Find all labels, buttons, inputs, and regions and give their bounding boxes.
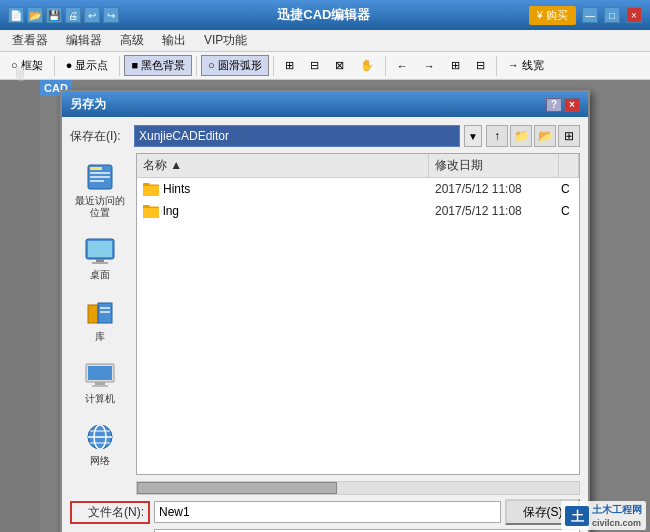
file-list-header: 名称 ▲ 修改日期 (137, 154, 579, 178)
toolbar-frame[interactable]: ○ 框架 (4, 55, 50, 76)
print-icon[interactable]: 🖨 (65, 7, 81, 23)
file-row[interactable]: Hints 2017/5/12 11:08 C (137, 178, 579, 200)
folder-icon-hints (143, 182, 159, 196)
toolbar: ○ 框架 ● 显示点 ■ 黑色背景 ○ 圆滑弧形 ⊞ ⊟ ⊠ ✋ ← → ⊞ ⊟… (0, 52, 650, 80)
sep2 (119, 56, 120, 76)
location-input[interactable] (134, 125, 460, 147)
toolbar-nav3[interactable]: ⊞ (444, 56, 467, 75)
menu-editor[interactable]: 编辑器 (58, 30, 110, 51)
file-date-lng: 2017/5/12 11:08 (429, 202, 559, 220)
nav-computer-label: 计算机 (85, 393, 115, 405)
dialog-title-text: 另存为 (70, 96, 106, 113)
nav-folder-button[interactable]: 📁 (510, 125, 532, 147)
dialog-title-bar: 另存为 ? × (62, 92, 588, 117)
watermark-text: 土木工程网civilcn.com (592, 503, 642, 528)
app-title: 迅捷CAD编辑器 (277, 6, 370, 24)
file-list-container: 最近访问的位置 桌面 (70, 153, 580, 475)
dialog-body: 保存在(I): ▼ ↑ 📁 📂 ⊞ (62, 117, 588, 532)
app-area: 自 为 自 为 CAD 另存为 ? × 保存在(I): ▼ (0, 80, 650, 532)
toolbar-show-points[interactable]: ● 显示点 (59, 55, 116, 76)
menu-advanced[interactable]: 高级 (112, 30, 152, 51)
window-close-button[interactable]: × (626, 7, 642, 23)
nav-desktop[interactable]: 桌面 (73, 231, 127, 285)
menu-bar: 查看器 编辑器 高级 输出 VIP功能 (0, 30, 650, 52)
nav-back-button[interactable]: ↑ (486, 125, 508, 147)
file-name-lng-text: lng (163, 204, 179, 218)
svg-rect-12 (100, 311, 110, 313)
svg-text:土: 土 (571, 509, 585, 524)
toolbar-btn3[interactable]: ⊠ (328, 56, 351, 75)
location-bar: 保存在(I): ▼ ↑ 📁 📂 ⊞ (70, 125, 580, 147)
svg-rect-8 (92, 262, 108, 264)
nav-view-button[interactable]: ⊞ (558, 125, 580, 147)
toolbar-btn4[interactable]: ✋ (353, 56, 381, 75)
toolbar-nav4[interactable]: ⊟ (469, 56, 492, 75)
save-as-dialog: 另存为 ? × 保存在(I): ▼ ↑ 📁 📂 ⊞ (60, 90, 590, 532)
sep6 (496, 56, 497, 76)
desktop-icon (84, 235, 116, 267)
header-name[interactable]: 名称 ▲ (137, 154, 429, 177)
sep4 (273, 56, 274, 76)
svg-rect-1 (90, 167, 102, 170)
toolbar-black-bg[interactable]: ■ 黑色背景 (124, 55, 192, 76)
title-bar-left: 📄 📂 💾 🖨 ↩ ↪ (8, 7, 119, 23)
file-list-wrapper: 名称 ▲ 修改日期 (136, 153, 580, 475)
svg-rect-6 (88, 241, 112, 257)
svg-rect-2 (90, 172, 110, 174)
toolbar-btn1[interactable]: ⊞ (278, 56, 301, 75)
title-bar: 📄 📂 💾 🖨 ↩ ↪ 迅捷CAD编辑器 ¥ 购买 — □ × (0, 0, 650, 30)
title-bar-right: ¥ 购买 — □ × (529, 6, 642, 25)
svg-rect-14 (88, 366, 112, 380)
library-icon (84, 297, 116, 329)
dialog-close-button[interactable]: × (564, 98, 580, 112)
filename-row: 文件名(N): 保存(S) (70, 499, 580, 525)
sep5 (385, 56, 386, 76)
header-extra (559, 154, 579, 177)
toolbar-nav1[interactable]: ← (390, 57, 415, 75)
header-date[interactable]: 修改日期 (429, 154, 559, 177)
nav-computer[interactable]: 计算机 (73, 355, 127, 409)
purchase-button[interactable]: ¥ 购买 (529, 6, 576, 25)
file-row-lng[interactable]: lng 2017/5/12 11:08 C (137, 200, 579, 222)
toolbar-linewidth[interactable]: → 线宽 (501, 55, 551, 76)
redo-icon[interactable]: ↪ (103, 7, 119, 23)
nav-network[interactable]: 网络 (73, 417, 127, 471)
filename-input[interactable] (154, 501, 501, 523)
open-icon[interactable]: 📂 (27, 7, 43, 23)
svg-rect-11 (100, 307, 110, 309)
dialog-help-button[interactable]: ? (546, 98, 562, 112)
sep1 (54, 56, 55, 76)
toolbar-btn2[interactable]: ⊟ (303, 56, 326, 75)
toolbar-nav2[interactable]: → (417, 57, 442, 75)
minimize-button[interactable]: — (582, 7, 598, 23)
title-bar-icons: 📄 📂 💾 🖨 ↩ ↪ (8, 7, 119, 23)
nav-desktop-label: 桌面 (90, 269, 110, 281)
save-icon[interactable]: 💾 (46, 7, 62, 23)
filename-label: 文件名(N): (70, 501, 150, 524)
horizontal-scrollbar[interactable] (136, 481, 580, 495)
computer-icon (84, 359, 116, 391)
maximize-button[interactable]: □ (604, 7, 620, 23)
location-label: 保存在(I): (70, 128, 130, 145)
nav-new-folder-button[interactable]: 📂 (534, 125, 556, 147)
toolbar-smooth-arc[interactable]: ○ 圆滑弧形 (201, 55, 269, 76)
menu-viewer[interactable]: 查看器 (4, 30, 56, 51)
nav-network-label: 网络 (90, 455, 110, 467)
file-name-hints-text: Hints (163, 182, 190, 196)
menu-vip[interactable]: VIP功能 (196, 30, 255, 51)
dialog-overlay: 另存为 ? × 保存在(I): ▼ ↑ 📁 📂 ⊞ (0, 80, 650, 532)
nav-recent-label: 最近访问的位置 (75, 195, 125, 219)
file-name-lng: lng (137, 202, 429, 220)
svg-rect-4 (90, 180, 104, 182)
nav-library-label: 库 (95, 331, 105, 343)
location-dropdown[interactable]: ▼ (464, 125, 482, 147)
nav-recent[interactable]: 最近访问的位置 (73, 157, 127, 223)
sep3 (196, 56, 197, 76)
new-doc-icon[interactable]: 📄 (8, 7, 24, 23)
menu-output[interactable]: 输出 (154, 30, 194, 51)
network-icon (84, 421, 116, 453)
nav-library[interactable]: 库 (73, 293, 127, 347)
watermark: 土 土木工程网civilcn.com (561, 501, 646, 530)
scrollbar-thumb[interactable] (137, 482, 337, 494)
undo-icon[interactable]: ↩ (84, 7, 100, 23)
